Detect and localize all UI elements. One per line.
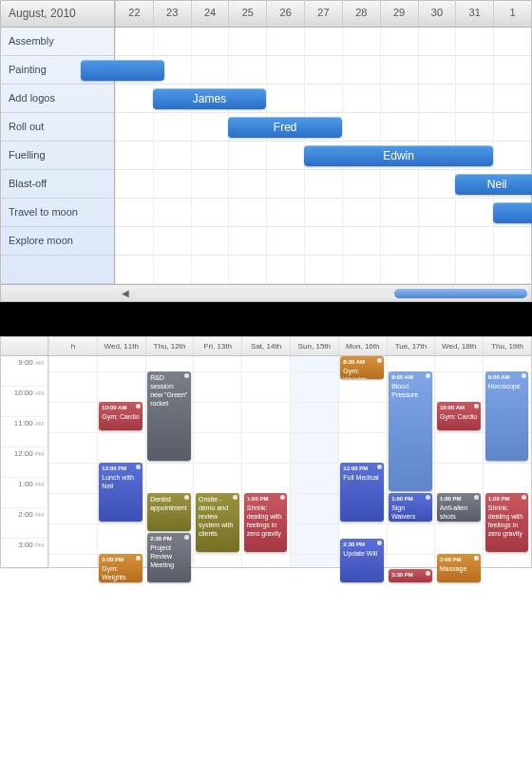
week-day-header[interactable]: Wed, 18th bbox=[434, 337, 483, 355]
gantt-month-label: August, 2010 bbox=[1, 1, 115, 27]
week-day-header[interactable]: Fri, 13th bbox=[193, 337, 241, 355]
week-day-header[interactable]: h bbox=[48, 337, 97, 355]
gantt-task-label[interactable]: Roll out bbox=[1, 113, 114, 142]
calendar-event[interactable]: 1:00 PMShrink: dealing with feelings in … bbox=[244, 493, 288, 552]
gantt-day-header[interactable]: 29 bbox=[380, 1, 418, 27]
week-day-column[interactable] bbox=[338, 356, 387, 567]
event-close-icon[interactable] bbox=[377, 465, 382, 469]
gantt-horizontal-scrollbar[interactable]: ◀ bbox=[1, 284, 531, 301]
event-close-icon[interactable] bbox=[184, 495, 189, 500]
event-close-icon[interactable] bbox=[184, 535, 189, 540]
week-day-column[interactable] bbox=[48, 356, 97, 567]
event-time: 9:00 AM bbox=[488, 373, 526, 382]
gantt-bar[interactable] bbox=[81, 60, 164, 81]
gantt-day-header[interactable]: 24 bbox=[191, 1, 229, 27]
gantt-day-header[interactable]: 27 bbox=[304, 1, 342, 27]
week-day-header[interactable]: Thu, 19th bbox=[483, 337, 531, 355]
week-time-gutter: 9:00 AM10:00 AM11:00 AM12:00 PM1:00 PM2:… bbox=[1, 356, 48, 567]
event-close-icon[interactable] bbox=[426, 495, 430, 500]
calendar-event[interactable]: 1:00 PMAnti-alien shots bbox=[437, 493, 481, 522]
event-close-icon[interactable] bbox=[474, 495, 479, 500]
event-close-icon[interactable] bbox=[136, 556, 141, 560]
gantt-task-label[interactable]: Add logos bbox=[1, 85, 114, 113]
event-close-icon[interactable] bbox=[474, 556, 479, 560]
event-title: Gym: Cardio bbox=[440, 413, 477, 420]
gantt-grid-column bbox=[266, 28, 267, 284]
event-close-icon[interactable] bbox=[474, 404, 479, 408]
scrollbar-thumb[interactable] bbox=[394, 289, 527, 298]
calendar-event[interactable]: 9:00 AMBlood Pressure bbox=[389, 371, 432, 491]
gantt-bar[interactable] bbox=[493, 202, 532, 223]
gantt-day-header[interactable]: 28 bbox=[342, 1, 380, 27]
gantt-day-header[interactable]: 31 bbox=[455, 1, 493, 27]
calendar-event[interactable]: 1:00 PMShrink: dealing with feelings in … bbox=[485, 493, 529, 552]
gantt-day-header[interactable]: 25 bbox=[228, 1, 266, 27]
gantt-row bbox=[115, 56, 531, 85]
gantt-day-header[interactable]: 1 bbox=[493, 1, 531, 27]
gantt-task-label[interactable]: Travel to moon bbox=[1, 199, 114, 227]
scrollbar-track[interactable] bbox=[136, 289, 527, 298]
calendar-event[interactable]: 9:00 AMHoroscope bbox=[485, 371, 529, 461]
gantt-grid-column bbox=[191, 28, 192, 284]
gantt-bar[interactable]: Edwin bbox=[304, 145, 493, 166]
gantt-task-label[interactable]: Explore moon bbox=[1, 227, 114, 256]
week-calendar: hWed, 11thThu, 12thFri, 13thSat, 14thSun… bbox=[0, 336, 532, 568]
gantt-day-header[interactable]: 26 bbox=[266, 1, 304, 27]
week-day-header[interactable]: Mon, 16th bbox=[338, 337, 387, 355]
calendar-event[interactable]: Dentist appointment bbox=[147, 493, 191, 531]
event-close-icon[interactable] bbox=[522, 495, 526, 500]
event-close-icon[interactable] bbox=[426, 373, 430, 378]
calendar-event[interactable]: 12:00 PMFull Medical bbox=[340, 463, 384, 522]
week-day-header[interactable]: Wed, 11th bbox=[97, 337, 145, 355]
scroll-left-icon[interactable]: ◀ bbox=[119, 287, 132, 300]
calendar-event[interactable]: 10:00 AMGym: Cardio bbox=[437, 402, 481, 430]
event-close-icon[interactable] bbox=[136, 404, 141, 408]
event-close-icon[interactable] bbox=[522, 373, 526, 378]
week-time-label: 11:00 AM bbox=[1, 417, 48, 447]
gantt-day-header[interactable]: 30 bbox=[418, 1, 456, 27]
event-title: Onsite - demo and review system with cli… bbox=[199, 496, 234, 537]
calendar-event[interactable]: 3:30 PM bbox=[389, 569, 432, 582]
calendar-event[interactable]: 10:00 AMGym: Cardio bbox=[99, 402, 142, 430]
calendar-event[interactable]: 1:00 PMSign Waivers bbox=[389, 493, 432, 522]
event-title: Horoscope bbox=[488, 383, 521, 390]
week-day-header[interactable]: Thu, 12th bbox=[145, 337, 194, 355]
event-time: 3:00 PM bbox=[102, 556, 140, 564]
week-day-column[interactable] bbox=[434, 356, 483, 567]
event-close-icon[interactable] bbox=[233, 495, 238, 500]
calendar-event[interactable]: 3:00 PMMassage bbox=[437, 554, 481, 582]
event-close-icon[interactable] bbox=[426, 571, 430, 576]
gantt-day-header[interactable]: 23 bbox=[153, 1, 191, 27]
event-close-icon[interactable] bbox=[184, 373, 189, 378]
event-close-icon[interactable] bbox=[377, 358, 382, 363]
calendar-event[interactable]: 3:00 PMGym: Weights bbox=[99, 554, 142, 582]
gantt-day-header[interactable]: 22 bbox=[115, 1, 153, 27]
week-day-header[interactable]: Tue, 17th bbox=[387, 337, 435, 355]
gantt-grid[interactable]: JamesFredEdwinNeil bbox=[115, 28, 531, 284]
gantt-task-label[interactable]: Blast-off bbox=[1, 170, 114, 199]
event-time: 3:00 PM bbox=[440, 556, 478, 564]
week-hour-line bbox=[48, 432, 531, 433]
calendar-event[interactable]: R&D session: new "Green" rocket bbox=[147, 371, 191, 461]
week-day-column[interactable] bbox=[97, 356, 145, 567]
calendar-event[interactable]: 2:30 PMProject Review Meeting bbox=[147, 533, 191, 582]
calendar-event[interactable]: 12:00 PMLunch with Neil bbox=[99, 463, 142, 522]
gantt-bar[interactable]: James bbox=[153, 88, 266, 109]
week-grid[interactable]: 10:00 AMGym: Cardio12:00 PMLunch with Ne… bbox=[48, 356, 531, 567]
event-close-icon[interactable] bbox=[280, 495, 285, 500]
gantt-bar[interactable]: Neil bbox=[455, 174, 532, 195]
calendar-event[interactable]: Onsite - demo and review system with cli… bbox=[196, 493, 239, 552]
gantt-bar[interactable]: Fred bbox=[228, 117, 341, 138]
week-day-column[interactable] bbox=[290, 356, 338, 567]
calendar-event[interactable]: 8:30 AMGym: Weights bbox=[340, 356, 384, 379]
event-close-icon[interactable] bbox=[377, 541, 382, 545]
event-close-icon[interactable] bbox=[136, 465, 141, 469]
calendar-event[interactable]: 2:30 PMUpdate Will bbox=[340, 539, 384, 582]
week-day-header[interactable]: Sat, 14th bbox=[241, 337, 290, 355]
blank-space bbox=[0, 568, 532, 760]
gantt-task-label[interactable]: Fuelling bbox=[1, 142, 114, 170]
week-day-header[interactable]: Sun, 15th bbox=[290, 337, 338, 355]
event-time: 2:30 PM bbox=[343, 541, 381, 549]
event-title: R&D session: new "Green" rocket bbox=[150, 374, 187, 407]
gantt-task-label[interactable]: Assembly bbox=[1, 28, 114, 56]
